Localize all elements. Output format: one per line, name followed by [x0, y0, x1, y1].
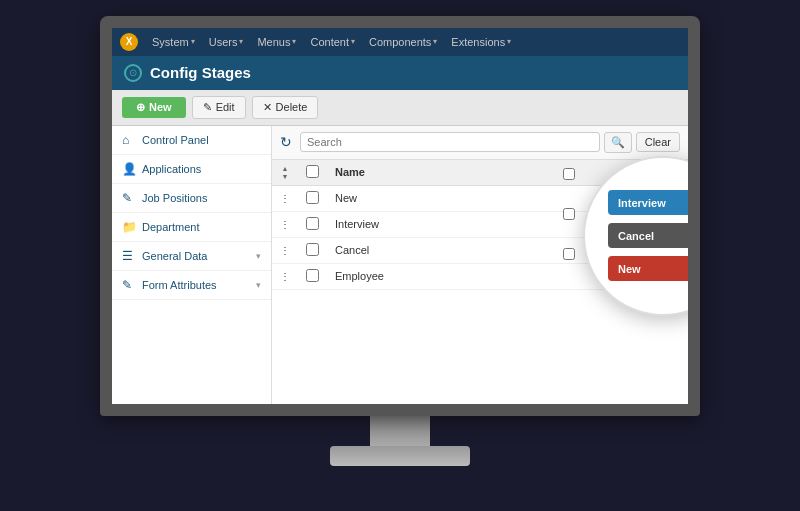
monitor: X System ▾ Users ▾ Menus ▾ Content ▾	[90, 16, 710, 496]
row-checkbox[interactable]	[306, 269, 319, 282]
chevron-down-icon: ▾	[433, 37, 437, 46]
chevron-down-icon: ▾	[256, 251, 261, 261]
nav-item-menus[interactable]: Menus ▾	[251, 34, 302, 50]
toolbar: ⊕ New ✎ Edit ✕ Delete	[112, 90, 688, 126]
row-checkbox[interactable]	[306, 217, 319, 230]
chevron-down-icon: ▾	[292, 37, 296, 46]
col-checkbox-header	[298, 160, 327, 186]
popup-interview-button[interactable]: Interview ▾	[608, 190, 688, 215]
monitor-screen: X System ▾ Users ▾ Menus ▾ Content ▾	[100, 16, 700, 416]
delete-icon: ✕	[263, 101, 272, 114]
edit-button[interactable]: ✎ Edit	[192, 96, 246, 119]
popup-row-checkbox-new[interactable]	[563, 248, 575, 260]
chevron-down-icon: ▾	[256, 280, 261, 290]
user-icon: 👤	[122, 162, 136, 176]
drag-handle[interactable]: ⋮	[272, 237, 298, 263]
chevron-down-icon: ▾	[507, 37, 511, 46]
clear-button[interactable]: Clear	[636, 132, 680, 152]
nav-item-content[interactable]: Content ▾	[304, 34, 361, 50]
home-icon: ⌂	[122, 133, 136, 147]
nav-item-users[interactable]: Users ▾	[203, 34, 250, 50]
row-checkbox[interactable]	[306, 191, 319, 204]
row-checkbox[interactable]	[306, 243, 319, 256]
popup-circle: Interview ▾ Cancel ▾ New ▾	[583, 156, 688, 316]
drag-handle[interactable]: ⋮	[272, 185, 298, 211]
popup-row-checkbox-interview[interactable]	[563, 168, 575, 180]
screen-content: X System ▾ Users ▾ Menus ▾ Content ▾	[112, 28, 688, 404]
top-navigation: X System ▾ Users ▾ Menus ▾ Content ▾	[112, 28, 688, 56]
select-all-checkbox[interactable]	[306, 165, 319, 178]
new-button[interactable]: ⊕ New	[122, 97, 186, 118]
search-button[interactable]: 🔍	[604, 132, 632, 153]
monitor-neck	[370, 416, 430, 446]
briefcase-icon: ✎	[122, 191, 136, 205]
chevron-down-icon: ▾	[351, 37, 355, 46]
col-sort-header: ▲ ▼	[272, 160, 298, 186]
sidebar: ⌂ Control Panel 👤 Applications ✎ Job Pos…	[112, 126, 272, 404]
folder-icon: 📁	[122, 220, 136, 234]
plus-icon: ⊕	[136, 101, 145, 114]
nav-item-system[interactable]: System ▾	[146, 34, 201, 50]
chevron-down-icon: ▾	[191, 37, 195, 46]
page-header: ⊙ Config Stages	[112, 56, 688, 90]
popup-cancel-button[interactable]: Cancel ▾	[608, 223, 688, 248]
sidebar-item-control-panel[interactable]: ⌂ Control Panel	[112, 126, 271, 155]
form-icon: ✎	[122, 278, 136, 292]
sort-down-icon: ▼	[282, 173, 289, 180]
sidebar-item-department[interactable]: 📁 Department	[112, 213, 271, 242]
sidebar-item-general-data[interactable]: ☰ General Data ▾	[112, 242, 271, 271]
nav-logo: X	[120, 33, 138, 51]
drag-handle[interactable]: ⋮	[272, 263, 298, 289]
sidebar-item-applications[interactable]: 👤 Applications	[112, 155, 271, 184]
popup-row-checkbox-cancel[interactable]	[563, 208, 575, 220]
search-input[interactable]	[300, 132, 600, 152]
nav-item-extensions[interactable]: Extensions ▾	[445, 34, 517, 50]
refresh-icon[interactable]: ↻	[280, 134, 296, 150]
search-bar: ↻ 🔍 Clear	[272, 126, 688, 160]
delete-button[interactable]: ✕ Delete	[252, 96, 319, 119]
page-title: Config Stages	[150, 64, 251, 81]
popup-new-button[interactable]: New ▾	[608, 256, 688, 281]
monitor-stand	[330, 446, 470, 466]
sidebar-item-form-attributes[interactable]: ✎ Form Attributes ▾	[112, 271, 271, 300]
list-icon: ☰	[122, 249, 136, 263]
drag-handle[interactable]: ⋮	[272, 211, 298, 237]
content-area: ↻ 🔍 Clear ▲ ▼	[272, 126, 688, 404]
main-layout: ⌂ Control Panel 👤 Applications ✎ Job Pos…	[112, 126, 688, 404]
edit-icon: ✎	[203, 101, 212, 114]
chevron-down-icon: ▾	[239, 37, 243, 46]
sidebar-item-job-positions[interactable]: ✎ Job Positions	[112, 184, 271, 213]
sort-up-icon: ▲	[282, 165, 289, 172]
nav-item-components[interactable]: Components ▾	[363, 34, 443, 50]
config-icon: ⊙	[124, 64, 142, 82]
popup-overlay: Interview ▾ Cancel ▾ New ▾	[583, 156, 688, 316]
